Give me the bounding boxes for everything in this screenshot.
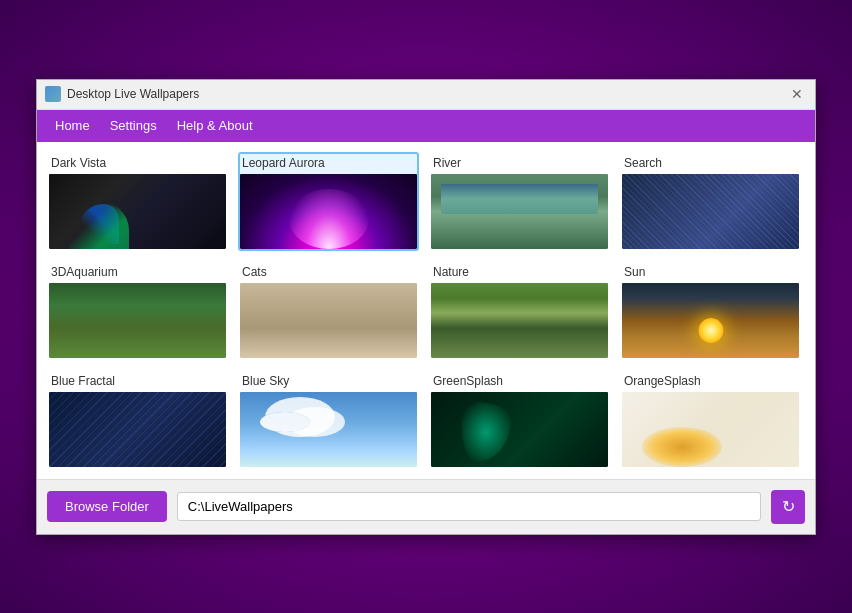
wallpaper-label-nature: Nature [431, 263, 608, 283]
wallpaper-thumb-green-splash [431, 392, 608, 467]
wallpaper-thumb-blue-sky [240, 392, 417, 467]
menu-settings[interactable]: Settings [100, 114, 167, 137]
wallpaper-label-dark-vista: Dark Vista [49, 154, 226, 174]
wallpaper-thumb-blue-fractal [49, 392, 226, 467]
wallpaper-thumb-search [622, 174, 799, 249]
close-button[interactable]: ✕ [787, 84, 807, 104]
wallpaper-label-river: River [431, 154, 608, 174]
wallpaper-item-blue-fractal[interactable]: Blue Fractal [47, 370, 228, 469]
wallpaper-label-leopard-aurora: Leopard Aurora [240, 154, 417, 174]
refresh-button[interactable]: ↻ [771, 490, 805, 524]
wallpaper-item-river[interactable]: River [429, 152, 610, 251]
content-area: Dark VistaLeopard AuroraRiverSearch3DAqu… [37, 142, 815, 479]
wallpaper-label-cats: Cats [240, 263, 417, 283]
window-title: Desktop Live Wallpapers [67, 87, 787, 101]
titlebar: Desktop Live Wallpapers ✕ [37, 80, 815, 110]
wallpaper-label-orange-splash: OrangeSplash [622, 372, 799, 392]
menu-home[interactable]: Home [45, 114, 100, 137]
wallpaper-item-orange-splash[interactable]: OrangeSplash [620, 370, 801, 469]
main-window: Desktop Live Wallpapers ✕ Home Settings … [36, 79, 816, 535]
browse-folder-button[interactable]: Browse Folder [47, 491, 167, 522]
wallpaper-thumb-sun [622, 283, 799, 358]
wallpaper-item-leopard-aurora[interactable]: Leopard Aurora [238, 152, 419, 251]
wallpaper-label-blue-sky: Blue Sky [240, 372, 417, 392]
wallpaper-item-blue-sky[interactable]: Blue Sky [238, 370, 419, 469]
wallpaper-label-green-splash: GreenSplash [431, 372, 608, 392]
wallpaper-label-search: Search [622, 154, 799, 174]
app-icon [45, 86, 61, 102]
wallpaper-item-nature[interactable]: Nature [429, 261, 610, 360]
wallpaper-label-3daquarium: 3DAquarium [49, 263, 226, 283]
wallpaper-thumb-nature [431, 283, 608, 358]
wallpaper-label-blue-fractal: Blue Fractal [49, 372, 226, 392]
wallpaper-item-green-splash[interactable]: GreenSplash [429, 370, 610, 469]
wallpaper-item-cats[interactable]: Cats [238, 261, 419, 360]
wallpaper-item-search[interactable]: Search [620, 152, 801, 251]
wallpaper-item-sun[interactable]: Sun [620, 261, 801, 360]
wallpaper-item-3daquarium[interactable]: 3DAquarium [47, 261, 228, 360]
wallpaper-thumb-river [431, 174, 608, 249]
wallpaper-thumb-dark-vista [49, 174, 226, 249]
wallpaper-thumb-cats [240, 283, 417, 358]
bottom-bar: Browse Folder ↻ [37, 479, 815, 534]
wallpaper-thumb-orange-splash [622, 392, 799, 467]
menubar: Home Settings Help & About [37, 110, 815, 142]
wallpaper-item-dark-vista[interactable]: Dark Vista [47, 152, 228, 251]
path-input[interactable] [177, 492, 761, 521]
wallpaper-grid: Dark VistaLeopard AuroraRiverSearch3DAqu… [47, 152, 805, 469]
wallpaper-label-sun: Sun [622, 263, 799, 283]
menu-help[interactable]: Help & About [167, 114, 263, 137]
wallpaper-thumb-leopard-aurora [240, 174, 417, 249]
wallpaper-thumb-3daquarium [49, 283, 226, 358]
